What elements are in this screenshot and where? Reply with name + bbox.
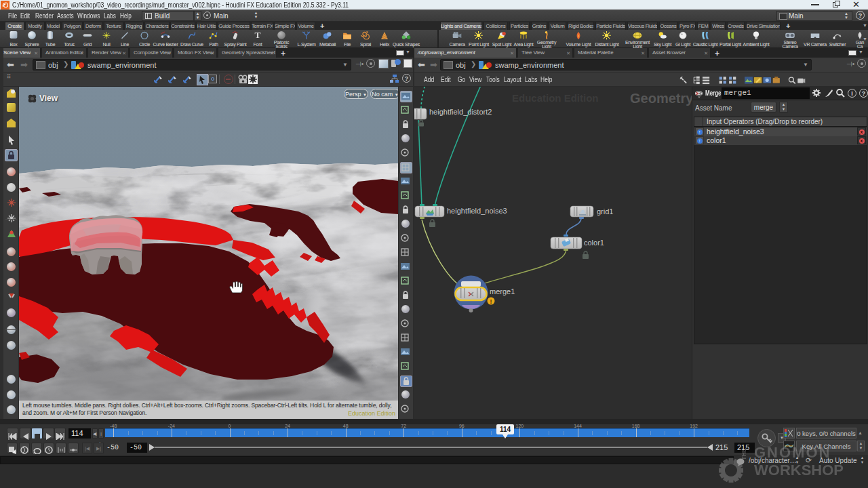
svg-text:!: !: [490, 298, 492, 305]
